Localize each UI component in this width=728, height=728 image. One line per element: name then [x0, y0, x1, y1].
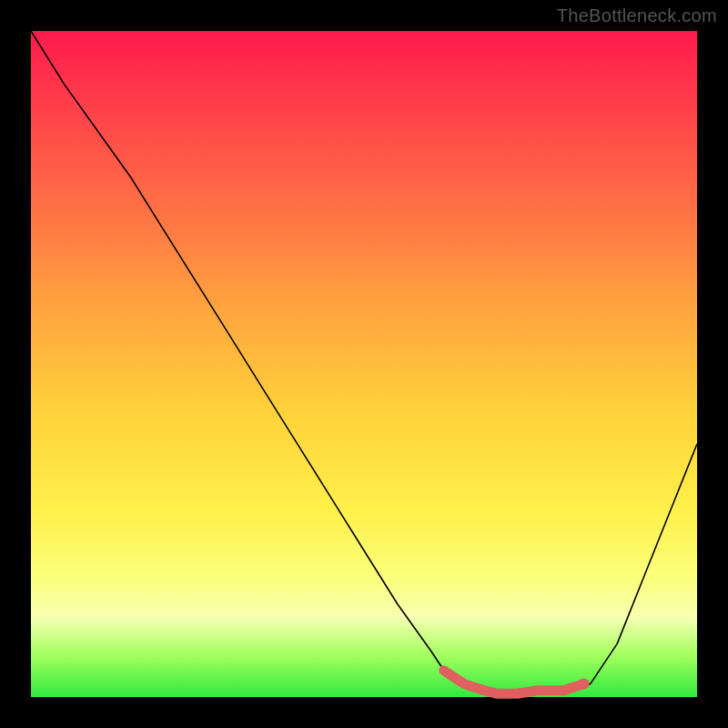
plot-area: [31, 31, 697, 697]
optimal-range-end-dot: [579, 678, 590, 689]
optimal-range-highlight: [444, 671, 584, 694]
chart-frame: TheBottleneck.com: [0, 0, 728, 728]
curve-svg: [31, 31, 697, 697]
bottleneck-curve: [31, 31, 697, 693]
watermark-text: TheBottleneck.com: [557, 5, 717, 26]
